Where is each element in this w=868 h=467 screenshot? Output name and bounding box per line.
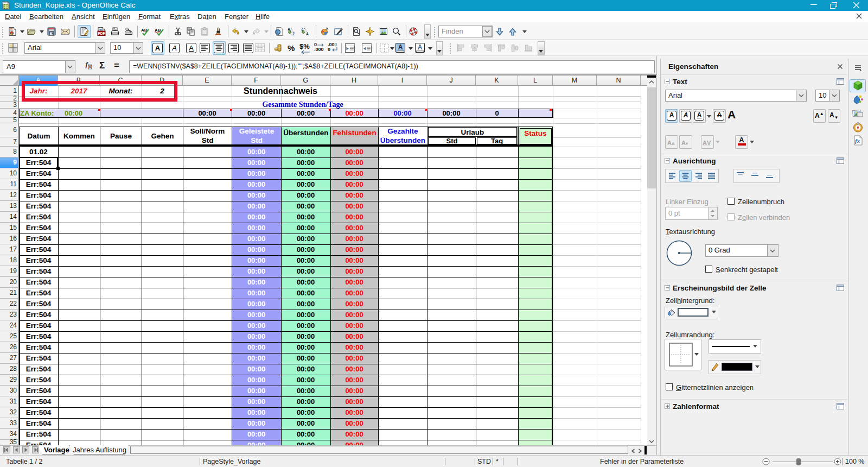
svg-text:fx: fx [855,137,860,144]
svg-text:PDF: PDF [98,31,105,35]
